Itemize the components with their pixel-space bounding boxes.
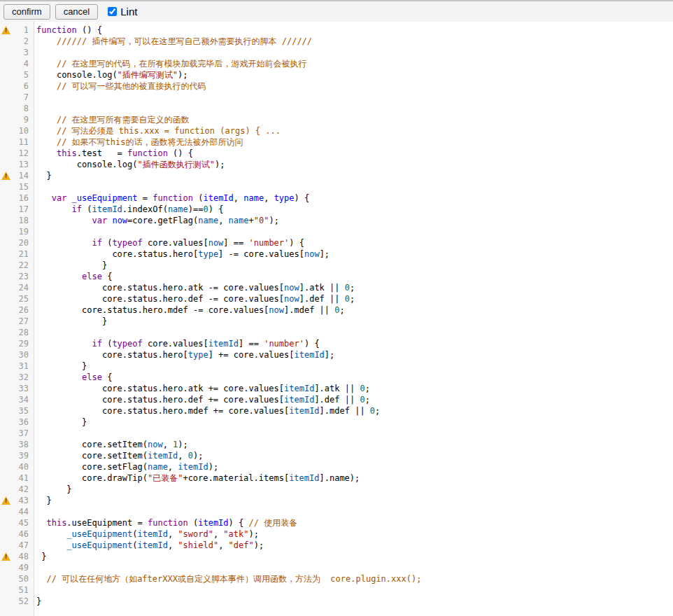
- code-text[interactable]: core.status.hero.atk -= core.values[now]…: [31, 282, 355, 293]
- code-text[interactable]: var now=core.getFlag(name, name+"0");: [31, 215, 279, 226]
- code-text[interactable]: }: [31, 170, 52, 181]
- code-line[interactable]: 2 ////// 插件编写，可以在这里写自己额外需要执行的脚本 //////: [0, 36, 673, 47]
- code-line[interactable]: 4 // 在这里写的代码，在所有模块加载完毕后，游戏开始前会被执行: [0, 58, 673, 69]
- code-text[interactable]: var _useEquipment = function (itemId, na…: [31, 192, 309, 204]
- code-text[interactable]: core.setItem(now, 1);: [31, 439, 188, 450]
- lint-checkbox[interactable]: [108, 7, 117, 16]
- code-text[interactable]: [31, 47, 36, 58]
- code-line[interactable]: 28: [0, 327, 673, 338]
- code-line[interactable]: 45 this.useEquipment = function (itemId)…: [0, 517, 673, 528]
- code-line[interactable]: 36 }: [0, 416, 673, 428]
- code-line[interactable]: 38 core.setItem(now, 1);: [0, 439, 673, 450]
- code-line[interactable]: 51: [0, 584, 673, 596]
- code-text[interactable]: core.status.hero.mdef -= core.values[now…: [31, 304, 345, 316]
- code-text[interactable]: else {: [31, 372, 112, 383]
- code-text[interactable]: _useEquipment(itemId, "shield", "def");: [31, 540, 264, 551]
- code-text[interactable]: [31, 584, 36, 596]
- code-line[interactable]: 5 console.log("插件编写测试");: [0, 69, 673, 80]
- code-text[interactable]: }: [31, 596, 41, 607]
- code-text[interactable]: // 可以在任何地方（如afterXXX或自定义脚本事件）调用函数，方法为 co…: [31, 573, 421, 584]
- code-line[interactable]: !48 }: [0, 551, 673, 562]
- code-text[interactable]: [31, 181, 36, 192]
- code-line[interactable]: 39 core.setItem(itemId, 0);: [0, 450, 673, 461]
- code-line[interactable]: 23 else {: [0, 271, 673, 282]
- code-line[interactable]: 49: [0, 562, 673, 573]
- code-line[interactable]: 20 if (typeof core.values[now] == 'numbe…: [0, 237, 673, 248]
- code-text[interactable]: console.log("插件函数执行测试");: [31, 159, 225, 170]
- code-line[interactable]: 19: [0, 226, 673, 237]
- code-line[interactable]: 21 core.status.hero[type] -= core.values…: [0, 248, 673, 260]
- code-text[interactable]: }: [31, 316, 107, 327]
- code-line[interactable]: 44: [0, 506, 673, 517]
- code-text[interactable]: [31, 92, 36, 103]
- code-text[interactable]: core.status.hero.def -= core.values[now]…: [31, 293, 355, 304]
- code-line[interactable]: 11 // 如果不写this的话，函数将无法被外部所访问: [0, 136, 673, 148]
- code-text[interactable]: }: [31, 484, 72, 495]
- code-line[interactable]: 9 // 在这里写所有需要自定义的函数: [0, 114, 673, 125]
- code-text[interactable]: if (typeof core.values[itemId] == 'numbe…: [31, 338, 320, 349]
- code-line[interactable]: 34 core.status.hero.def += core.values[i…: [0, 394, 673, 405]
- code-line[interactable]: !1function () {: [0, 24, 673, 36]
- code-line[interactable]: 52}: [0, 596, 673, 607]
- code-area[interactable]: !1function () {2 ////// 插件编写，可以在这里写自己额外需…: [0, 22, 673, 607]
- code-text[interactable]: // 可以写一些其他的被直接执行的代码: [31, 80, 206, 92]
- code-line[interactable]: 29 if (typeof core.values[itemId] == 'nu…: [0, 338, 673, 349]
- code-text[interactable]: [31, 428, 36, 439]
- code-text[interactable]: core.setItem(itemId, 0);: [31, 450, 203, 461]
- code-text[interactable]: // 在这里写所有需要自定义的函数: [31, 114, 190, 125]
- code-line[interactable]: 42 }: [0, 484, 673, 495]
- code-text[interactable]: core.status.hero.mdef += core.values[ite…: [31, 405, 380, 416]
- code-line[interactable]: 22 }: [0, 260, 673, 271]
- cancel-button[interactable]: cancel: [55, 4, 99, 20]
- lint-toggle[interactable]: Lint: [108, 6, 137, 18]
- confirm-button[interactable]: confirm: [3, 4, 50, 20]
- code-line[interactable]: 46 _useEquipment(itemId, "sword", "atk")…: [0, 528, 673, 540]
- code-text[interactable]: [31, 103, 36, 114]
- warning-icon[interactable]: !: [1, 26, 10, 34]
- code-line[interactable]: 12 this.test = function () {: [0, 148, 673, 159]
- code-line[interactable]: 15: [0, 181, 673, 192]
- warning-icon[interactable]: !: [1, 172, 10, 180]
- code-editor[interactable]: !1function () {2 ////// 插件编写，可以在这里写自己额外需…: [0, 22, 673, 616]
- code-text[interactable]: if (itemId.indexOf(name)==0) {: [31, 204, 223, 215]
- warning-icon[interactable]: !: [1, 496, 10, 505]
- code-text[interactable]: // 在这里写的代码，在所有模块加载完毕后，游戏开始前会被执行: [31, 58, 307, 69]
- code-line[interactable]: 32 else {: [0, 372, 673, 383]
- code-line[interactable]: 10 // 写法必须是 this.xxx = function (args) {…: [0, 125, 673, 136]
- warning-icon[interactable]: !: [1, 552, 10, 561]
- code-text[interactable]: console.log("插件编写测试");: [31, 69, 188, 80]
- code-text[interactable]: _useEquipment(itemId, "sword", "atk");: [31, 528, 259, 540]
- code-text[interactable]: }: [31, 360, 87, 372]
- code-text[interactable]: core.status.hero.atk += core.values[item…: [31, 383, 370, 394]
- code-line[interactable]: 24 core.status.hero.atk -= core.values[n…: [0, 282, 673, 293]
- code-line[interactable]: 35 core.status.hero.mdef += core.values[…: [0, 405, 673, 416]
- code-text[interactable]: [31, 327, 36, 338]
- code-text[interactable]: // 如果不写this的话，函数将无法被外部所访问: [31, 136, 243, 148]
- code-line[interactable]: 30 core.status.hero[type] += core.values…: [0, 349, 673, 360]
- code-line[interactable]: 13 console.log("插件函数执行测试");: [0, 159, 673, 170]
- code-line[interactable]: !14 }: [0, 170, 673, 181]
- code-text[interactable]: }: [31, 416, 87, 428]
- code-line[interactable]: !43 }: [0, 495, 673, 506]
- code-text[interactable]: core.status.hero[type] -= core.values[no…: [31, 248, 330, 260]
- code-line[interactable]: 50 // 可以在任何地方（如afterXXX或自定义脚本事件）调用函数，方法为…: [0, 573, 673, 584]
- code-text[interactable]: core.status.hero.def += core.values[item…: [31, 394, 370, 405]
- code-text[interactable]: }: [31, 495, 52, 506]
- code-text[interactable]: [31, 506, 36, 517]
- code-line[interactable]: 47 _useEquipment(itemId, "shield", "def"…: [0, 540, 673, 551]
- code-line[interactable]: 18 var now=core.getFlag(name, name+"0");: [0, 215, 673, 226]
- code-line[interactable]: 17 if (itemId.indexOf(name)==0) {: [0, 204, 673, 215]
- code-text[interactable]: [31, 226, 36, 237]
- code-text[interactable]: this.useEquipment = function (itemId) { …: [31, 517, 297, 528]
- code-text[interactable]: core.drawTip("已装备"+core.material.items[i…: [31, 472, 360, 484]
- code-line[interactable]: 40 core.setFlag(name, itemId);: [0, 461, 673, 472]
- code-line[interactable]: 3: [0, 47, 673, 58]
- code-line[interactable]: 6 // 可以写一些其他的被直接执行的代码: [0, 80, 673, 92]
- code-line[interactable]: 26 core.status.hero.mdef -= core.values[…: [0, 304, 673, 316]
- code-line[interactable]: 31 }: [0, 360, 673, 372]
- code-text[interactable]: }: [31, 260, 107, 271]
- code-text[interactable]: // 写法必须是 this.xxx = function (args) { ..…: [31, 125, 281, 136]
- code-line[interactable]: 25 core.status.hero.def -= core.values[n…: [0, 293, 673, 304]
- code-line[interactable]: 41 core.drawTip("已装备"+core.material.item…: [0, 472, 673, 484]
- code-text[interactable]: this.test = function () {: [31, 148, 193, 159]
